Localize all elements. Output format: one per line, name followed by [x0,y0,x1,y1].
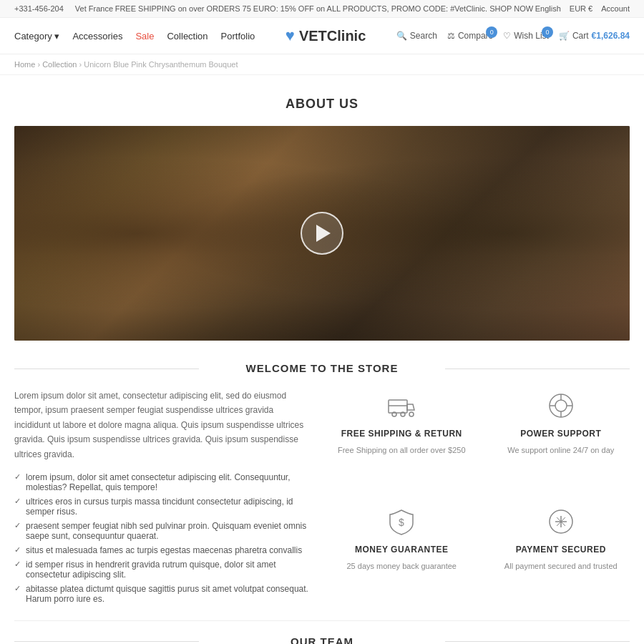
language-selector[interactable]: English [535,4,561,13]
list-item: id semper risus in hendrerit gravida rut… [14,557,311,582]
list-item: abitasse platea dictumt quisque sagittis… [14,582,311,606]
main-nav: Category ▾ Accessories Sale Collection P… [14,31,255,42]
play-button[interactable] [301,212,343,255]
top-bar-right: English EUR € Account [535,4,630,13]
video-section [14,126,630,341]
nav-accessories[interactable]: Accessories [72,31,122,42]
cart-price: €1,626.84 [592,31,630,41]
guarantee-icon: $ [384,504,419,539]
welcome-description: Lorem ipsum dolor sit amet, consectetur … [14,389,311,462]
feature-guarantee: $ MONEY GUARANTEE 25 days money back gua… [333,504,471,606]
team-title: OUR TEAM [14,635,630,644]
feature-shipping: FREE SHIPPING & RETURN Free Shipping on … [333,389,471,490]
logo-heart-icon: ♥ [286,26,295,45]
list-item: ultrices eros in cursus turpis massa tin… [14,494,311,519]
svg-point-6 [555,400,567,411]
nav-collection[interactable]: Collection [167,31,208,42]
search-label: Search [410,31,437,41]
breadcrumb-home[interactable]: Home [14,60,35,69]
top-bar-left: +331-456-204 Vet France [14,4,113,13]
location: Vet France [75,4,113,13]
cart-label: Cart [572,31,589,41]
support-icon [544,389,578,423]
welcome-text: Lorem ipsum dolor sit amet, consectetur … [14,389,311,606]
header-actions: 🔍 Search ⚖ 0 Compare ♡ 0 Wish List 🛒 Car… [396,31,630,41]
feature-support: POWER SUPPORT We support online 24/7 on … [492,389,630,490]
svg-rect-0 [389,400,407,413]
payment-title: PAYMENT SECURED [516,545,606,555]
welcome-section: WELCOME TO THE STORE Lorem ipsum dolor s… [0,341,644,620]
guarantee-desc: 25 days money back guarantee [347,560,457,572]
nav-category[interactable]: Category ▾ [14,31,59,42]
feature-list: lorem ipsum, dolor sit amet consectetur … [14,470,311,606]
features-grid: FREE SHIPPING & RETURN Free Shipping on … [333,389,630,606]
promo-banner: FREE SHIPPING on over ORDERS 75 EURO: 15… [113,4,535,13]
svg-text:$: $ [399,517,404,528]
shipping-title: FREE SHIPPING & RETURN [341,429,462,439]
list-item: praesent semper feugiat nibh sed pulvina… [14,519,311,543]
support-desc: We support online 24/7 on day [507,444,614,457]
svg-point-3 [409,412,414,416]
compare-action[interactable]: ⚖ 0 Compare [447,31,493,41]
wishlist-icon: ♡ [503,31,511,41]
cart-action[interactable]: 🛒 Cart €1,626.84 [559,31,630,41]
header: Category ▾ Accessories Sale Collection P… [0,18,644,54]
breadcrumb: Home › Collection › Unicorn Blue Pink Ch… [0,54,644,75]
breadcrumb-collection[interactable]: Collection [42,60,77,69]
payment-icon [544,504,578,539]
page-title: ABOUT US [0,75,644,126]
account-link[interactable]: Account [601,4,630,13]
logo[interactable]: ♥ VETClinic [286,26,366,45]
currency-selector[interactable]: EUR € [570,4,592,13]
list-item: lorem ipsum, dolor sit amet consectetur … [14,470,311,494]
cart-icon: 🛒 [559,31,570,41]
feature-payment: PAYMENT SECURED All payment secured and … [492,504,630,606]
payment-desc: All payment secured and trusted [504,560,618,572]
wishlist-badge: 0 [542,26,553,38]
compare-badge: 0 [486,26,497,38]
nav-portfolio[interactable]: Portfolio [221,31,255,42]
search-action[interactable]: 🔍 Search [396,31,437,41]
list-item: situs et malesuada fames ac turpis egest… [14,543,311,557]
wishlist-action[interactable]: ♡ 0 Wish List [503,31,549,41]
support-title: POWER SUPPORT [520,429,601,439]
breadcrumb-current: Unicorn Blue Pink Chrysanthemum Bouquet [84,60,238,69]
search-icon: 🔍 [396,31,407,41]
phone-number: +331-456-204 [14,4,64,13]
shipping-icon [384,389,419,423]
logo-text: VETClinic [299,28,366,44]
compare-icon: ⚖ [447,31,455,41]
nav-sale[interactable]: Sale [135,31,154,42]
play-icon [316,225,331,242]
welcome-title: WELCOME TO THE STORE [14,362,630,374]
top-bar: +331-456-204 Vet France FREE SHIPPING on… [0,0,644,18]
guarantee-title: MONEY GUARANTEE [355,545,449,555]
welcome-content: Lorem ipsum dolor sit amet, consectetur … [14,389,630,606]
shipping-desc: Free Shipping on all order over $250 [338,444,466,457]
team-section: OUR TEAM Nile Hernandez CEO Amanda Brown… [0,621,644,644]
